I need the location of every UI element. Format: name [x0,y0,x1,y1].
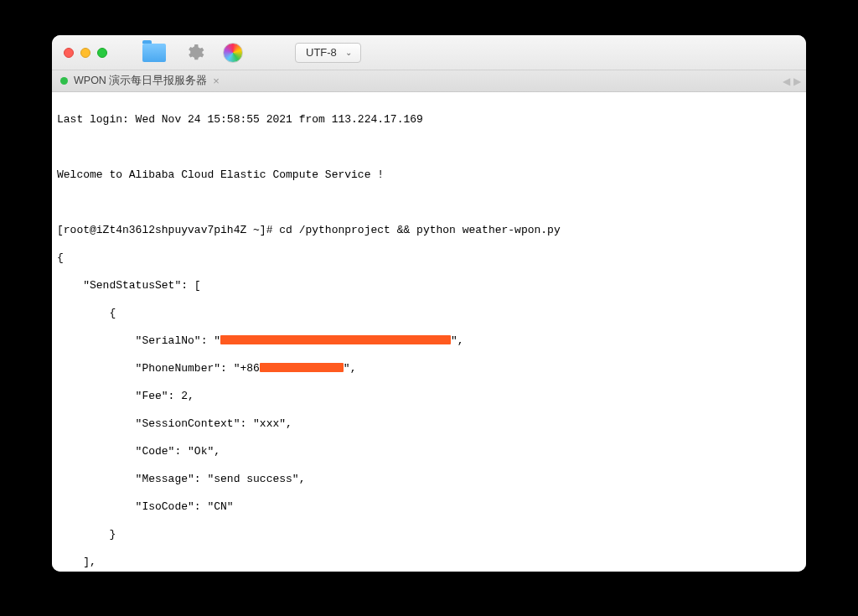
json-obj-open: { [57,307,801,321]
tab-title: WPON 演示每日早报服务器 [74,74,207,88]
redaction-phone [260,363,344,372]
json-phonenumber: "PhoneNumber": "+86", [57,362,801,376]
tabbar: WPON 演示每日早报服务器 × ◀ ▶ [52,70,806,92]
encoding-label: UTF-8 [306,46,337,59]
tabbar-scroll-controls: ◀ ▶ [783,70,801,91]
folder-icon[interactable] [142,44,166,62]
chevron-left-icon[interactable]: ◀ [783,75,790,87]
welcome-line: Welcome to Alibaba Cloud Elastic Compute… [57,168,801,183]
command-1: cd /pythonproject && python weather-wpon… [279,224,560,236]
blank-line [57,141,801,155]
json-isocode: "IsoCode": "CN" [57,500,801,515]
prompt-1: [root@iZt4n36l2shpuyvav7pih4Z ~]# [57,224,279,236]
terminal-output[interactable]: Last login: Wed Nov 24 15:58:55 2021 fro… [52,92,806,572]
json-message: "Message": "send success", [57,473,801,487]
json-obj-close: } [57,528,801,542]
json-serialno: "SerialNo": "", [57,334,801,349]
chevron-down-icon: ⌄ [345,48,352,57]
gear-icon[interactable] [184,43,204,63]
traffic-lights [64,48,107,58]
terminal-window: UTF-8 ⌄ WPON 演示每日早报服务器 × ◀ ▶ Last login:… [52,35,806,572]
connection-status-dot [60,77,68,85]
minimize-window-button[interactable] [80,48,90,58]
tab-session[interactable]: WPON 演示每日早报服务器 × [52,70,228,91]
json-code: "Code": "Ok", [57,445,801,459]
redaction-serialno [220,335,451,344]
command-line-1: [root@iZt4n36l2shpuyvav7pih4Z ~]# cd /py… [57,224,801,238]
titlebar: UTF-8 ⌄ [52,35,806,70]
json-arr-close: ], [57,556,801,570]
color-picker-icon[interactable] [223,43,243,63]
json-session: "SessionContext": "xxx", [57,417,801,432]
chevron-right-icon[interactable]: ▶ [793,75,801,87]
toolbar-icons [142,43,243,63]
json-fee: "Fee": 2, [57,390,801,404]
last-login-line: Last login: Wed Nov 24 15:58:55 2021 fro… [57,113,801,127]
json-open: { [57,251,801,266]
encoding-select[interactable]: UTF-8 ⌄ [295,43,361,63]
maximize-window-button[interactable] [97,48,107,58]
tab-close-button[interactable]: × [213,75,220,87]
json-sss-key: "SendStatusSet": [ [57,279,801,293]
close-window-button[interactable] [64,48,74,58]
blank-line [57,196,801,210]
